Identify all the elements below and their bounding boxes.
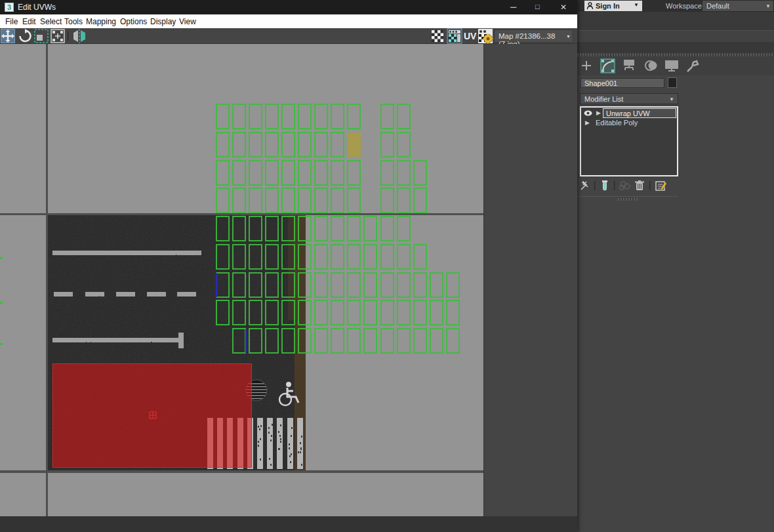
svg-text:UV: UV bbox=[464, 31, 477, 41]
